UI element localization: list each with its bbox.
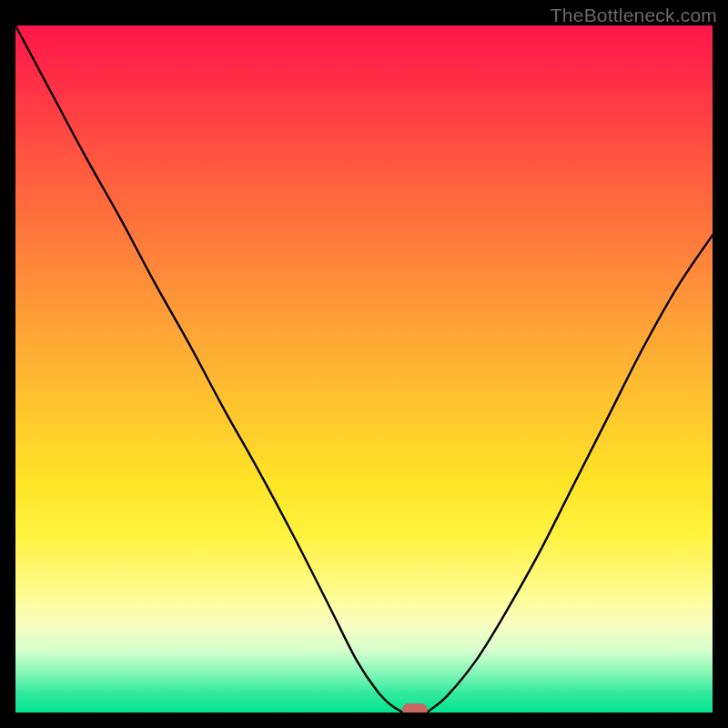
- plot-area: [15, 25, 713, 713]
- bottleneck-curve: [15, 25, 713, 713]
- chart-frame: TheBottleneck.com: [0, 0, 728, 728]
- curve-left-branch: [15, 25, 403, 713]
- curve-right-branch: [427, 235, 713, 713]
- watermark-text: TheBottleneck.com: [551, 5, 717, 26]
- optimal-marker: [402, 703, 428, 713]
